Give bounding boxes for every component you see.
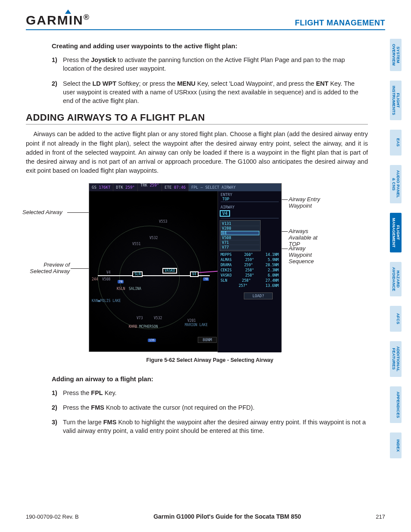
- step-2: 2) Select the LD WPT Softkey; or press t…: [52, 79, 368, 106]
- callout-preview: Preview of Selected Airway: [22, 261, 70, 274]
- airway-option[interactable]: V71: [221, 240, 259, 245]
- airway-option[interactable]: V77: [221, 245, 259, 250]
- side-tab[interactable]: INDEX: [390, 432, 402, 458]
- side-tab[interactable]: HAZARD AVOIDANCE: [390, 262, 402, 296]
- doc-title: Garmin G1000 Pilot's Guide for the Socat…: [153, 513, 301, 520]
- side-tab[interactable]: FLIGHT MANAGEMENT: [390, 213, 402, 253]
- section-title: FLIGHT MANAGEMENT: [295, 19, 385, 28]
- side-tab[interactable]: ADDITIONAL FEATURES: [390, 341, 402, 377]
- page-number: 217: [376, 513, 385, 520]
- sequence-row: CEKIS258°2.3NM: [218, 268, 281, 273]
- doc-number: 190-00709-02 Rev. B: [26, 513, 79, 520]
- g1000-screen: GS 176KT DTK 259° TRK 259° ETE 07:46 FPL…: [89, 183, 282, 352]
- callout-entry-wp: Airway Entry Waypoint: [289, 196, 323, 209]
- figure-caption: Figure 5-62 Select Airway Page - Selecti…: [52, 357, 368, 363]
- main-content: Creating and adding user waypoints to th…: [26, 42, 385, 436]
- callout-wp-sequence: Airway Waypoint Sequence: [289, 245, 323, 264]
- side-tab[interactable]: EAS: [390, 130, 402, 156]
- screen-topbar: GS 176KT DTK 259° TRK 259° ETE 07:46 FPL…: [89, 184, 281, 191]
- page-footer: 190-00709-02 Rev. B Garmin G1000 Pilot's…: [26, 513, 385, 520]
- step2-1: 1) Press the FPL Key.: [52, 389, 368, 397]
- subheading-adding-airway: Adding an airway to a flight plan:: [52, 375, 368, 383]
- subheading-create-waypoints: Creating and adding user waypoints to th…: [52, 42, 368, 50]
- map-scale: 80NM: [198, 337, 217, 343]
- step2-3: 3) Turn the large FMS Knob to highlight …: [52, 418, 368, 436]
- garmin-logo: GARMIN®: [26, 13, 90, 28]
- side-tabs: SYSTEM OVERVIEWFLIGHT INSTRUMENTSEASAUDI…: [390, 39, 402, 458]
- load-button[interactable]: LOAD?: [244, 292, 273, 299]
- side-tab[interactable]: SYSTEM OVERVIEW: [390, 39, 402, 71]
- airway-option[interactable]: V4: [221, 231, 259, 236]
- sequence-row: SLN258°27.4NM: [218, 278, 281, 283]
- side-tab[interactable]: APPENDICES: [390, 386, 402, 423]
- figure-5-62: Selected Airway Preview of Selected Airw…: [47, 183, 323, 352]
- page-header: GARMIN® FLIGHT MANAGEMENT: [26, 13, 385, 30]
- sequence-row: ALMAS259°5.9NM: [218, 257, 281, 262]
- selected-airway-field[interactable]: V4: [220, 210, 230, 217]
- sequence-row: 257°13.6NM: [218, 283, 281, 288]
- airway-dropdown[interactable]: V131V280V4V508V71V77: [220, 220, 261, 251]
- callout-airways-available: Airways Available at TOP: [289, 228, 323, 247]
- callout-selected-airway: Selected Airway: [22, 209, 62, 215]
- airway-option[interactable]: V131: [221, 221, 259, 226]
- side-tab[interactable]: FLIGHT INSTRUMENTS: [390, 81, 402, 120]
- sequence-row: MOPPS260°14.1NM: [218, 252, 281, 257]
- map-area: V553 V551 V532 V4 V508 244 V73 V532 V201…: [89, 191, 218, 345]
- select-airway-panel: ENTRY TOP AIRWAY V4 V131V280V4V508V71V77…: [218, 191, 281, 352]
- sequence-row: VASKO258°6.0NM: [218, 273, 281, 278]
- side-tab[interactable]: AUDIO PANEL & CNS: [390, 165, 402, 203]
- step2-2: 2) Press the FMS Knob to activate the cu…: [52, 403, 368, 412]
- airway-option[interactable]: V508: [221, 236, 259, 240]
- intro-paragraph: Airways can be added to the active fligh…: [26, 130, 368, 175]
- heading-adding-airways: ADDING AIRWAYS TO A FLIGHT PLAN: [26, 112, 368, 124]
- sequence-row: DRAMA259°28.5NM: [218, 262, 281, 268]
- garmin-delta-icon: [65, 9, 71, 14]
- airway-option[interactable]: V280: [221, 226, 259, 231]
- step-1: 1) Press the Joystick to activate the pa…: [52, 56, 368, 73]
- side-tab[interactable]: AFCS: [390, 306, 402, 332]
